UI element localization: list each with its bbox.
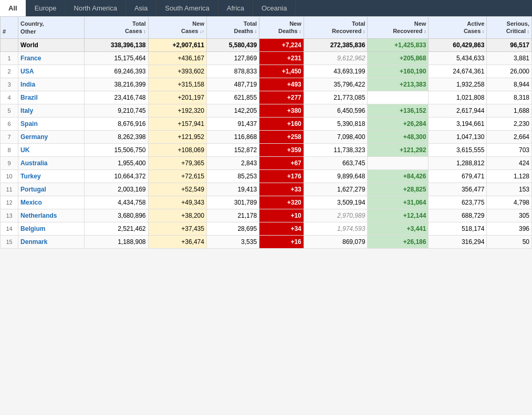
total-cases-cell: 8,262,398 [84,130,148,143]
world-cell-8: 60,429,863 [429,38,487,51]
serious-critical-cell: 1,128 [487,169,532,183]
active-cases-cell: 518,174 [429,222,487,235]
serious-critical-cell: 8,318 [487,91,532,104]
header-total-deaths[interactable]: TotalDeaths ↕ [206,17,259,39]
header-new-recovered[interactable]: NewRecovered ↕ [368,17,429,39]
country-link[interactable]: Australia [20,159,47,167]
country-link[interactable]: Brazil [20,94,38,101]
country-link[interactable]: India [20,81,35,88]
country-link[interactable]: France [20,55,41,62]
tab-europe[interactable]: Europe [26,0,66,16]
row-num: 2 [1,65,18,78]
total-deaths-cell: 19,413 [206,183,259,196]
new-deaths-cell: +160 [259,117,304,130]
new-recovered-cell: +136,152 [368,104,429,117]
row-num: 11 [1,183,18,196]
world-cell-6: 272,385,836 [304,38,368,51]
row-num: 13 [1,209,18,222]
total-cases-cell: 4,434,758 [84,196,148,209]
table-body: World338,396,138+2,907,6115,580,439+7,22… [1,38,532,248]
country-cell: France [18,51,85,65]
total-recovered-cell: 43,693,199 [304,65,368,78]
new-recovered-cell: +26,284 [368,117,429,130]
header-total-recovered[interactable]: TotalRecovered ↕ [304,17,368,39]
total-deaths-cell: 152,872 [206,143,259,156]
country-link[interactable]: Italy [20,107,33,114]
new-recovered-cell: +205,868 [368,51,429,65]
world-row: World338,396,138+2,907,6115,580,439+7,22… [1,38,532,51]
tab-asia[interactable]: Asia [126,0,157,16]
total-recovered-cell: 1,627,279 [304,183,368,196]
world-cell-2: 338,396,138 [84,38,148,51]
serious-critical-cell: 305 [487,209,532,222]
new-cases-cell: +38,200 [148,209,206,222]
active-cases-cell: 688,729 [429,209,487,222]
total-cases-cell: 15,175,464 [84,51,148,65]
country-cell: Germany [18,130,85,143]
country-cell: Netherlands [18,209,85,222]
world-cell-5: +7,224 [259,38,304,51]
new-cases-cell: +192,320 [148,104,206,117]
tab-all[interactable]: All [0,0,26,16]
total-recovered-cell: 1,974,593 [304,222,368,235]
country-cell: UK [18,143,85,156]
total-recovered-cell: 5,390,818 [304,117,368,130]
header-new-cases[interactable]: NewCases ↓↑ [148,17,206,39]
total-recovered-cell: 3,509,194 [304,196,368,209]
active-cases-cell: 679,471 [429,169,487,183]
total-cases-cell: 3,680,896 [84,209,148,222]
header-total-cases[interactable]: TotalCases ↕ [84,17,148,39]
active-cases-cell: 5,434,633 [429,51,487,65]
world-cell-9: 96,517 [487,38,532,51]
country-link[interactable]: Portugal [20,186,46,193]
new-deaths-cell: +493 [259,78,304,91]
world-cell-3: +2,907,611 [148,38,206,51]
active-cases-cell: 316,294 [429,235,487,248]
new-recovered-cell: +3,441 [368,222,429,235]
new-cases-cell: +393,602 [148,65,206,78]
total-deaths-cell: 21,178 [206,209,259,222]
total-recovered-cell: 6,450,596 [304,104,368,117]
country-link[interactable]: Turkey [20,173,40,180]
new-recovered-cell: +160,190 [368,65,429,78]
header-active-cases[interactable]: ActiveCases ↕ [429,17,487,39]
country-link[interactable]: Netherlands [20,212,57,219]
world-cell-1: World [18,38,85,51]
new-recovered-cell: +26,186 [368,235,429,248]
total-deaths-cell: 28,695 [206,222,259,235]
world-cell-4: 5,580,439 [206,38,259,51]
table-row: 11Portugal2,003,169+52,54919,413+331,627… [1,183,532,196]
new-cases-cell: +36,474 [148,235,206,248]
country-cell: Portugal [18,183,85,196]
table-row: 10Turkey10,664,372+72,61585,253+1769,899… [1,169,532,183]
header-serious-critical[interactable]: Serious,Critical ↕ [487,17,532,39]
row-num: 5 [1,104,18,117]
country-link[interactable]: Belgium [20,225,45,232]
tab-south-america[interactable]: South America [157,0,218,16]
serious-critical-cell: 153 [487,183,532,196]
serious-critical-cell: 3,881 [487,51,532,65]
tab-north-america[interactable]: North America [66,0,126,16]
header-new-deaths[interactable]: NewDeaths ↕ [259,17,304,39]
new-deaths-cell: +231 [259,51,304,65]
tab-oceania[interactable]: Oceania [253,0,296,16]
total-deaths-cell: 116,868 [206,130,259,143]
total-cases-cell: 38,216,399 [84,78,148,91]
country-link[interactable]: USA [20,68,34,75]
country-link[interactable]: Denmark [20,238,47,246]
country-link[interactable]: Mexico [20,199,42,206]
serious-critical-cell: 4,798 [487,196,532,209]
tab-africa[interactable]: Africa [218,0,253,16]
country-cell: Belgium [18,222,85,235]
header-country: Country,Other [18,17,85,39]
serious-critical-cell: 2,230 [487,117,532,130]
new-recovered-cell: +213,383 [368,78,429,91]
serious-critical-cell: 1,688 [487,104,532,117]
covid-table: #Country,OtherTotalCases ↕NewCases ↓↑Tot… [0,16,532,249]
active-cases-cell: 1,021,808 [429,91,487,104]
country-link[interactable]: UK [20,146,29,154]
country-link[interactable]: Spain [20,120,38,127]
row-num: 1 [1,51,18,65]
table-row: 15Denmark1,188,908+36,4743,535+16869,079… [1,235,532,248]
country-link[interactable]: Germany [20,133,48,141]
